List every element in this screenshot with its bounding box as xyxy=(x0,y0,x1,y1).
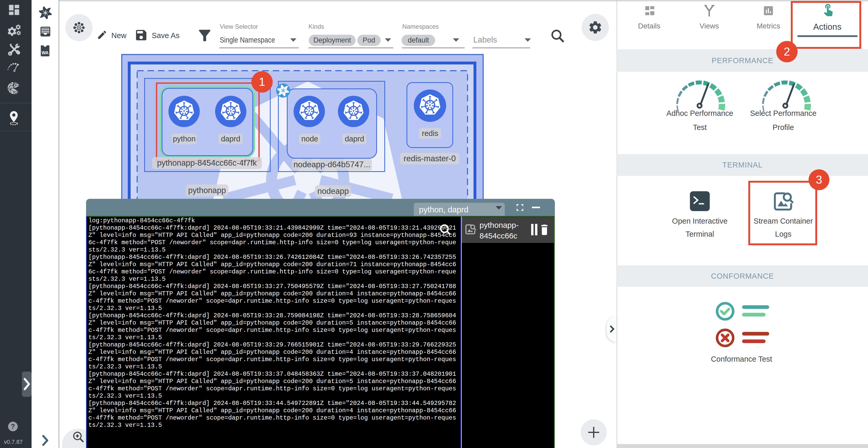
svg-text:WA: WA xyxy=(42,50,49,55)
